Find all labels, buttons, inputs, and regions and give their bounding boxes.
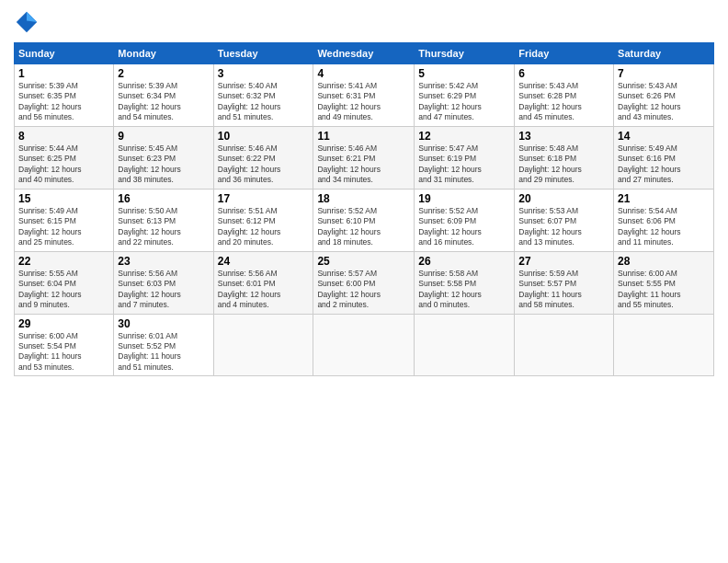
day-cell: 11Sunrise: 5:46 AM Sunset: 6:21 PM Dayli… (313, 126, 415, 189)
day-cell (515, 314, 614, 376)
day-cell: 8Sunrise: 5:44 AM Sunset: 6:25 PM Daylig… (15, 126, 114, 189)
day-cell: 15Sunrise: 5:49 AM Sunset: 6:15 PM Dayli… (15, 189, 114, 251)
day-cell: 20Sunrise: 5:53 AM Sunset: 6:07 PM Dayli… (515, 189, 614, 251)
day-number: 3 (218, 67, 310, 80)
day-number: 23 (118, 255, 209, 268)
week-row-1: 8Sunrise: 5:44 AM Sunset: 6:25 PM Daylig… (15, 126, 714, 189)
day-cell (213, 314, 313, 376)
day-info: Sunrise: 5:53 AM Sunset: 6:07 PM Dayligh… (518, 206, 609, 248)
day-info: Sunrise: 5:47 AM Sunset: 6:19 PM Dayligh… (418, 144, 510, 186)
week-row-0: 1Sunrise: 5:39 AM Sunset: 6:35 PM Daylig… (15, 64, 714, 127)
day-number: 6 (518, 67, 609, 80)
week-row-2: 15Sunrise: 5:49 AM Sunset: 6:15 PM Dayli… (15, 189, 714, 251)
logo (14, 9, 43, 35)
day-number: 12 (418, 130, 510, 143)
day-number: 9 (118, 130, 209, 143)
day-cell: 30Sunrise: 6:01 AM Sunset: 5:52 PM Dayli… (114, 314, 213, 376)
day-cell: 19Sunrise: 5:52 AM Sunset: 6:09 PM Dayli… (415, 189, 515, 251)
day-number: 8 (18, 130, 109, 143)
day-info: Sunrise: 5:45 AM Sunset: 6:23 PM Dayligh… (118, 144, 209, 186)
day-cell: 21Sunrise: 5:54 AM Sunset: 6:06 PM Dayli… (614, 189, 714, 251)
day-number: 11 (317, 130, 410, 143)
day-info: Sunrise: 5:48 AM Sunset: 6:18 PM Dayligh… (518, 144, 609, 186)
day-number: 21 (618, 192, 710, 205)
day-info: Sunrise: 5:46 AM Sunset: 6:21 PM Dayligh… (317, 144, 410, 186)
weekday-header-friday: Friday (515, 43, 614, 64)
day-cell: 10Sunrise: 5:46 AM Sunset: 6:22 PM Dayli… (213, 126, 313, 189)
day-number: 26 (418, 255, 510, 268)
day-info: Sunrise: 5:49 AM Sunset: 6:15 PM Dayligh… (18, 206, 109, 248)
day-info: Sunrise: 5:39 AM Sunset: 6:35 PM Dayligh… (18, 81, 109, 123)
day-info: Sunrise: 5:39 AM Sunset: 6:34 PM Dayligh… (118, 81, 209, 123)
day-number: 16 (118, 192, 209, 205)
calendar-table: SundayMondayTuesdayWednesdayThursdayFrid… (14, 42, 714, 376)
day-info: Sunrise: 5:41 AM Sunset: 6:31 PM Dayligh… (317, 81, 410, 123)
day-info: Sunrise: 6:00 AM Sunset: 5:54 PM Dayligh… (18, 331, 109, 373)
day-number: 2 (118, 67, 209, 80)
day-cell (415, 314, 515, 376)
day-cell: 17Sunrise: 5:51 AM Sunset: 6:12 PM Dayli… (213, 189, 313, 251)
day-cell: 13Sunrise: 5:48 AM Sunset: 6:18 PM Dayli… (515, 126, 614, 189)
day-number: 24 (218, 255, 310, 268)
svg-marker-1 (27, 12, 37, 22)
week-row-4: 29Sunrise: 6:00 AM Sunset: 5:54 PM Dayli… (15, 314, 714, 376)
day-info: Sunrise: 5:40 AM Sunset: 6:32 PM Dayligh… (218, 81, 310, 123)
day-cell: 14Sunrise: 5:49 AM Sunset: 6:16 PM Dayli… (614, 126, 714, 189)
day-info: Sunrise: 5:56 AM Sunset: 6:01 PM Dayligh… (218, 269, 310, 311)
week-row-3: 22Sunrise: 5:55 AM Sunset: 6:04 PM Dayli… (15, 251, 714, 314)
day-info: Sunrise: 5:58 AM Sunset: 5:58 PM Dayligh… (418, 269, 510, 311)
weekday-header-thursday: Thursday (415, 43, 515, 64)
day-info: Sunrise: 5:50 AM Sunset: 6:13 PM Dayligh… (118, 206, 209, 248)
weekday-header-tuesday: Tuesday (213, 43, 313, 64)
day-cell: 1Sunrise: 5:39 AM Sunset: 6:35 PM Daylig… (15, 64, 114, 127)
weekday-header-row: SundayMondayTuesdayWednesdayThursdayFrid… (15, 43, 714, 64)
day-cell: 7Sunrise: 5:43 AM Sunset: 6:26 PM Daylig… (614, 64, 714, 127)
day-info: Sunrise: 5:54 AM Sunset: 6:06 PM Dayligh… (618, 206, 710, 248)
day-info: Sunrise: 5:52 AM Sunset: 6:09 PM Dayligh… (418, 206, 510, 248)
day-number: 25 (317, 255, 410, 268)
day-number: 19 (418, 192, 510, 205)
weekday-header-sunday: Sunday (15, 43, 114, 64)
day-cell: 16Sunrise: 5:50 AM Sunset: 6:13 PM Dayli… (114, 189, 213, 251)
day-info: Sunrise: 5:52 AM Sunset: 6:10 PM Dayligh… (317, 206, 410, 248)
logo-icon (14, 9, 40, 35)
weekday-header-saturday: Saturday (614, 43, 714, 64)
day-number: 1 (18, 67, 109, 80)
day-info: Sunrise: 5:44 AM Sunset: 6:25 PM Dayligh… (18, 144, 109, 186)
day-cell: 12Sunrise: 5:47 AM Sunset: 6:19 PM Dayli… (415, 126, 515, 189)
day-number: 14 (618, 130, 710, 143)
day-cell: 22Sunrise: 5:55 AM Sunset: 6:04 PM Dayli… (15, 251, 114, 314)
day-cell: 23Sunrise: 5:56 AM Sunset: 6:03 PM Dayli… (114, 251, 213, 314)
day-info: Sunrise: 5:55 AM Sunset: 6:04 PM Dayligh… (18, 269, 109, 311)
day-cell: 9Sunrise: 5:45 AM Sunset: 6:23 PM Daylig… (114, 126, 213, 189)
header (14, 9, 714, 35)
day-info: Sunrise: 6:00 AM Sunset: 5:55 PM Dayligh… (618, 269, 710, 311)
day-cell: 6Sunrise: 5:43 AM Sunset: 6:28 PM Daylig… (515, 64, 614, 127)
day-number: 20 (518, 192, 609, 205)
page-container: SundayMondayTuesdayWednesdayThursdayFrid… (0, 0, 728, 385)
day-cell: 25Sunrise: 5:57 AM Sunset: 6:00 PM Dayli… (313, 251, 415, 314)
day-number: 5 (418, 67, 510, 80)
day-number: 18 (317, 192, 410, 205)
day-cell: 4Sunrise: 5:41 AM Sunset: 6:31 PM Daylig… (313, 64, 415, 127)
day-info: Sunrise: 5:51 AM Sunset: 6:12 PM Dayligh… (218, 206, 310, 248)
day-cell: 2Sunrise: 5:39 AM Sunset: 6:34 PM Daylig… (114, 64, 213, 127)
day-cell: 29Sunrise: 6:00 AM Sunset: 5:54 PM Dayli… (15, 314, 114, 376)
day-cell (313, 314, 415, 376)
day-number: 7 (618, 67, 710, 80)
day-info: Sunrise: 5:43 AM Sunset: 6:26 PM Dayligh… (618, 81, 710, 123)
weekday-header-monday: Monday (114, 43, 213, 64)
day-info: Sunrise: 5:57 AM Sunset: 6:00 PM Dayligh… (317, 269, 410, 311)
day-info: Sunrise: 5:42 AM Sunset: 6:29 PM Dayligh… (418, 81, 510, 123)
day-number: 15 (18, 192, 109, 205)
day-cell: 5Sunrise: 5:42 AM Sunset: 6:29 PM Daylig… (415, 64, 515, 127)
day-number: 30 (118, 317, 209, 330)
day-number: 29 (18, 317, 109, 330)
day-cell: 26Sunrise: 5:58 AM Sunset: 5:58 PM Dayli… (415, 251, 515, 314)
day-cell: 3Sunrise: 5:40 AM Sunset: 6:32 PM Daylig… (213, 64, 313, 127)
day-info: Sunrise: 5:56 AM Sunset: 6:03 PM Dayligh… (118, 269, 209, 311)
weekday-header-wednesday: Wednesday (313, 43, 415, 64)
day-number: 17 (218, 192, 310, 205)
day-info: Sunrise: 5:49 AM Sunset: 6:16 PM Dayligh… (618, 144, 710, 186)
day-info: Sunrise: 5:43 AM Sunset: 6:28 PM Dayligh… (518, 81, 609, 123)
